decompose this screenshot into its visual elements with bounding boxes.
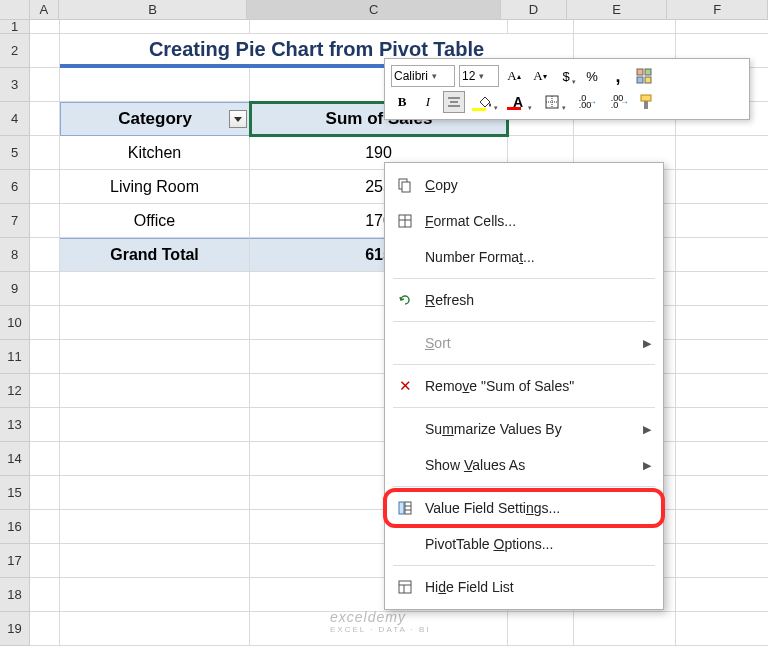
select-all-corner[interactable] (0, 0, 30, 19)
pivot-row-label[interactable]: Living Room (60, 170, 250, 204)
font-size-select[interactable]: 12▾ (459, 65, 499, 87)
format-painter-icon[interactable] (635, 91, 657, 113)
pivot-header-category[interactable]: Category (60, 102, 250, 136)
svg-rect-3 (645, 77, 651, 83)
row-head[interactable]: 9 (0, 272, 30, 306)
menu-summarize-values[interactable]: Summarize Values By ▶ (385, 411, 663, 447)
row-headers: 1 2 3 4 5 6 7 8 9 10 11 12 13 14 15 16 1… (0, 20, 30, 646)
svg-rect-1 (645, 69, 651, 75)
pivot-header-category-label: Category (118, 109, 192, 129)
menu-sort[interactable]: Sort ▶ (385, 325, 663, 361)
row-head[interactable]: 14 (0, 442, 30, 476)
col-head-a[interactable]: A (30, 0, 60, 19)
row-head[interactable]: 11 (0, 340, 30, 374)
decrease-font-icon[interactable]: A▾ (529, 65, 551, 87)
svg-rect-2 (637, 77, 643, 83)
pivot-row-label[interactable]: Kitchen (60, 136, 250, 170)
svg-rect-10 (641, 95, 651, 101)
menu-label: opy (435, 177, 458, 193)
menu-refresh[interactable]: Refresh (385, 282, 663, 318)
svg-rect-21 (399, 581, 411, 593)
align-center-icon[interactable] (443, 91, 465, 113)
bold-icon[interactable]: B (391, 91, 413, 113)
italic-icon[interactable]: I (417, 91, 439, 113)
row-head[interactable]: 16 (0, 510, 30, 544)
row-head[interactable]: 17 (0, 544, 30, 578)
accounting-format-icon[interactable]: $▾ (555, 65, 577, 87)
font-color-icon[interactable]: A▾ (503, 91, 533, 113)
row-head[interactable]: 3 (0, 68, 30, 102)
context-menu: Copy Format Cells... Number Format... Re… (384, 162, 664, 610)
submenu-arrow-icon: ▶ (643, 423, 651, 436)
col-head-f[interactable]: F (667, 0, 768, 19)
conditional-format-icon[interactable] (633, 65, 655, 87)
row-head[interactable]: 19 (0, 612, 30, 646)
watermark: exceldemy EXCEL · DATA · BI (330, 609, 431, 634)
refresh-icon (393, 292, 417, 308)
menu-show-values-as[interactable]: Show Values As ▶ (385, 447, 663, 483)
row-head[interactable]: 18 (0, 578, 30, 612)
svg-rect-0 (637, 69, 643, 75)
row-head[interactable]: 8 (0, 238, 30, 272)
borders-icon[interactable]: ▾ (537, 91, 567, 113)
format-cells-icon (393, 213, 417, 229)
menu-value-field-settings[interactable]: Value Field Settings... (385, 490, 663, 526)
col-head-b[interactable]: B (59, 0, 247, 19)
menu-pivottable-options[interactable]: PivotTable Options... (385, 526, 663, 562)
row-head[interactable]: 15 (0, 476, 30, 510)
menu-remove-field[interactable]: ✕ Remove "Sum of Sales" (385, 368, 663, 404)
filter-dropdown-icon[interactable] (229, 110, 247, 128)
row-head[interactable]: 10 (0, 306, 30, 340)
menu-format-cells[interactable]: Format Cells... (385, 203, 663, 239)
settings-icon (393, 500, 417, 516)
menu-copy[interactable]: Copy (385, 167, 663, 203)
field-list-icon (393, 579, 417, 595)
menu-number-format[interactable]: Number Format... (385, 239, 663, 275)
row-head[interactable]: 13 (0, 408, 30, 442)
svg-rect-18 (405, 502, 411, 514)
col-head-e[interactable]: E (567, 0, 668, 19)
submenu-arrow-icon: ▶ (643, 337, 651, 350)
menu-hide-field-list[interactable]: Hide Field List (385, 569, 663, 605)
col-head-c[interactable]: C (247, 0, 502, 19)
row-head[interactable]: 7 (0, 204, 30, 238)
column-headers: A B C D E F (0, 0, 768, 20)
row-head[interactable]: 1 (0, 20, 30, 34)
font-name-select[interactable]: Calibri▾ (391, 65, 455, 87)
fill-color-icon[interactable]: ▾ (469, 91, 499, 113)
increase-font-icon[interactable]: A▴ (503, 65, 525, 87)
copy-icon (393, 177, 417, 193)
svg-rect-11 (644, 101, 648, 109)
svg-rect-17 (399, 502, 404, 514)
row-head[interactable]: 12 (0, 374, 30, 408)
remove-icon: ✕ (393, 377, 417, 395)
row-head[interactable]: 5 (0, 136, 30, 170)
submenu-arrow-icon: ▶ (643, 459, 651, 472)
decrease-decimal-icon[interactable]: .00.0 → (603, 91, 631, 113)
mini-toolbar: Calibri▾ 12▾ A▴ A▾ $▾ % , B I ▾ A▾ ▾ .0.… (384, 58, 750, 120)
col-head-d[interactable]: D (501, 0, 566, 19)
pivot-total-label[interactable]: Grand Total (60, 238, 250, 272)
svg-rect-13 (402, 182, 410, 192)
row-head[interactable]: 6 (0, 170, 30, 204)
row-head[interactable]: 2 (0, 34, 30, 68)
percent-format-icon[interactable]: % (581, 65, 603, 87)
increase-decimal-icon[interactable]: .0.00 → (571, 91, 599, 113)
comma-format-icon[interactable]: , (607, 65, 629, 87)
row-head[interactable]: 4 (0, 102, 30, 136)
pivot-row-label[interactable]: Office (60, 204, 250, 238)
